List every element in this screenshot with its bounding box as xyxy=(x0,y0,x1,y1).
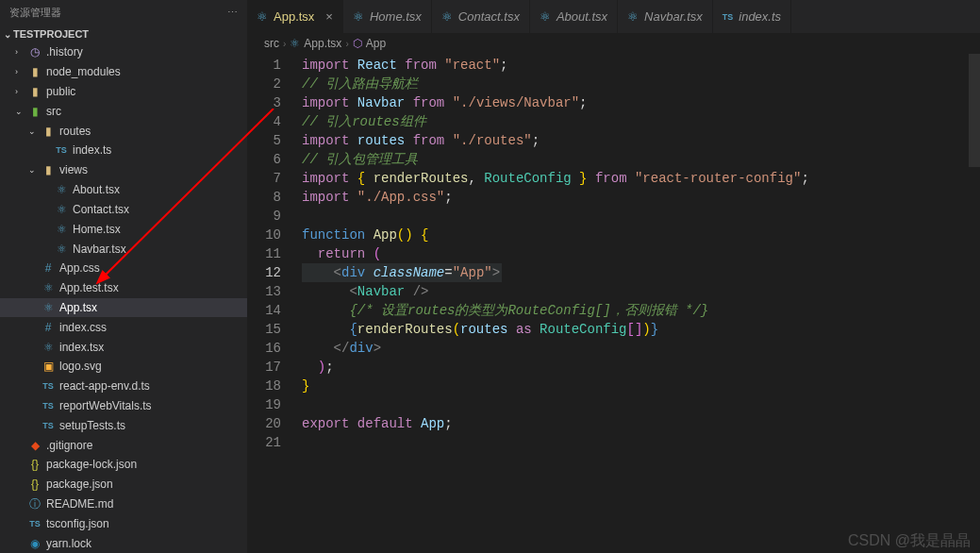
tab-navbar[interactable]: ⚛Navbar.tsx xyxy=(618,0,713,33)
react-icon: ⚛ xyxy=(353,9,364,24)
file-home[interactable]: ⚛Home.tsx xyxy=(0,219,247,239)
file-navbar[interactable]: ⚛Navbar.tsx xyxy=(0,239,247,259)
tab-bar: ⚛App.tsx× ⚛Home.tsx ⚛Contact.tsx ⚛About.… xyxy=(247,0,980,33)
file-appcss[interactable]: #App.css xyxy=(0,259,247,278)
minimap-thumb[interactable] xyxy=(969,54,980,167)
file-pkglock[interactable]: {}package-lock.json xyxy=(0,455,247,475)
tab-contact[interactable]: ⚛Contact.tsx xyxy=(432,0,530,33)
react-icon: ⚛ xyxy=(441,9,453,24)
file-contact[interactable]: ⚛Contact.tsx xyxy=(0,200,247,220)
file-gitignore[interactable]: ◆.gitignore xyxy=(0,435,247,455)
breadcrumb[interactable]: src› ⚛App.tsx› ⬡App xyxy=(247,33,980,54)
folder-public[interactable]: ›▮public xyxy=(0,82,247,102)
file-reportweb[interactable]: TSreportWebVitals.ts xyxy=(0,396,247,416)
file-readme[interactable]: ⓘREADME.md xyxy=(0,494,247,514)
file-yarnlock[interactable]: ◉yarn.lock xyxy=(0,533,247,553)
react-icon: ⚛ xyxy=(627,9,639,24)
more-icon[interactable]: ⋯ xyxy=(227,7,238,19)
file-setuptests[interactable]: TSsetupTests.ts xyxy=(0,415,247,435)
file-tsconfig[interactable]: TStsconfig.json xyxy=(0,514,247,534)
tab-indexts[interactable]: TSindex.ts xyxy=(713,0,791,33)
file-apptsx[interactable]: ⚛App.tsx xyxy=(0,298,247,318)
watermark: CSDN @我是晶晶 xyxy=(848,531,971,551)
file-reactenv[interactable]: TSreact-app-env.d.ts xyxy=(0,377,247,396)
folder-routes[interactable]: ⌄▮routes xyxy=(0,121,247,141)
file-pkg[interactable]: {}package.json xyxy=(0,475,247,494)
file-about[interactable]: ⚛About.tsx xyxy=(0,180,247,200)
file-logo[interactable]: ▣logo.svg xyxy=(0,357,247,377)
file-indexcss[interactable]: #index.css xyxy=(0,317,247,337)
folder-node-modules[interactable]: ›▮node_modules xyxy=(0,62,247,82)
ts-icon: TS xyxy=(723,12,734,22)
react-icon: ⚛ xyxy=(540,9,551,24)
sidebar: 资源管理器 ⋯ ⌄ TESTPROJECT ›◷.history ›▮node_… xyxy=(0,0,247,553)
minimap[interactable] xyxy=(969,54,980,553)
folder-src[interactable]: ⌄▮src xyxy=(0,101,247,121)
file-routes-index[interactable]: TSindex.ts xyxy=(0,141,247,160)
folder-history[interactable]: ›◷.history xyxy=(0,42,247,62)
file-apptest[interactable]: ⚛App.test.tsx xyxy=(0,278,247,298)
code-editor[interactable]: 123456789101112131415161718192021 import… xyxy=(247,54,980,553)
close-icon[interactable]: × xyxy=(325,9,333,24)
code-content[interactable]: import React from "react"; // 引入路由导航栏 im… xyxy=(302,56,980,553)
line-gutter: 123456789101112131415161718192021 xyxy=(247,56,302,553)
project-header[interactable]: ⌄ TESTPROJECT xyxy=(0,25,247,42)
folder-views[interactable]: ⌄▮views xyxy=(0,160,247,180)
tab-home[interactable]: ⚛Home.tsx xyxy=(343,0,432,33)
react-icon: ⚛ xyxy=(257,9,268,24)
tab-about[interactable]: ⚛About.tsx xyxy=(530,0,618,33)
explorer-title: 资源管理器 xyxy=(9,6,61,20)
tab-apptsx[interactable]: ⚛App.tsx× xyxy=(247,0,343,33)
file-indextsx[interactable]: ⚛index.tsx xyxy=(0,337,247,357)
